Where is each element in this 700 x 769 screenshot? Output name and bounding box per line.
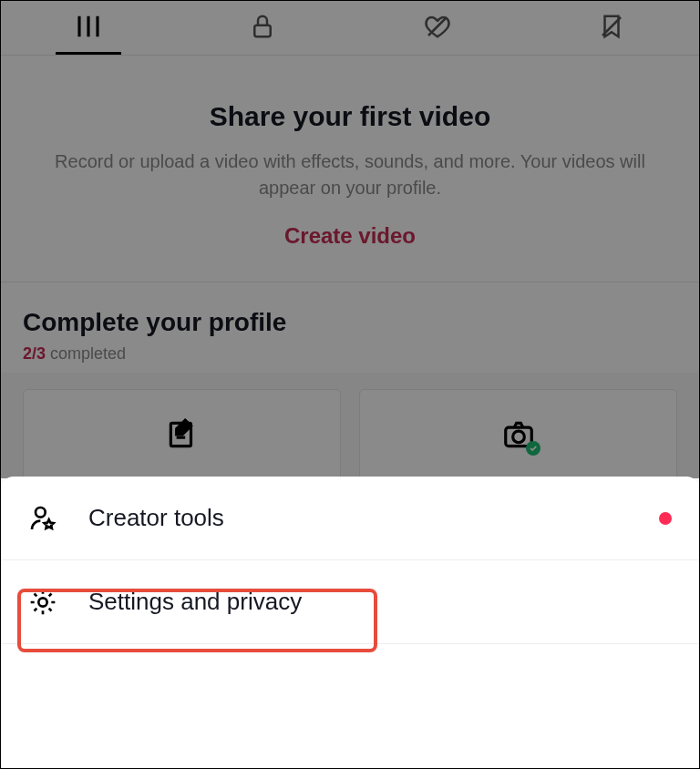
notification-dot: [659, 512, 672, 525]
svg-point-11: [38, 598, 46, 606]
settings-privacy-label: Settings and privacy: [88, 588, 302, 616]
creator-tools-item[interactable]: Creator tools: [1, 477, 699, 560]
person-star-icon: [28, 504, 77, 533]
modal-scrim[interactable]: [1, 1, 699, 478]
gear-icon: [28, 588, 77, 617]
creator-tools-label: Creator tools: [88, 504, 224, 532]
svg-point-10: [36, 508, 46, 518]
settings-privacy-item[interactable]: Settings and privacy: [1, 560, 699, 644]
options-bottom-sheet: Creator tools Settings and privacy: [1, 477, 699, 768]
